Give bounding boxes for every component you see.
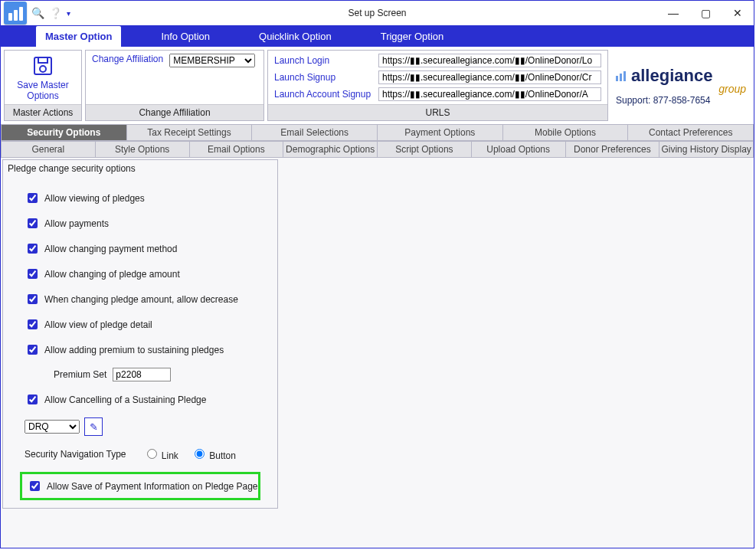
subtab-general[interactable]: General (1, 141, 96, 158)
logo-block: allegiance group Support: 877-858-7654 (611, 50, 751, 121)
subtab-mobile-options[interactable]: Mobile Options (503, 124, 629, 141)
save-icon (30, 55, 56, 77)
maximize-button[interactable]: ▢ (689, 3, 722, 23)
chk-allow-viewing[interactable] (28, 193, 38, 203)
nav-link-radio[interactable] (147, 449, 157, 459)
affiliation-select[interactable]: MEMBERSHIP (169, 54, 255, 67)
chk-view-detail[interactable] (28, 319, 38, 329)
logo-bars-icon (616, 71, 626, 81)
svg-point-2 (40, 66, 46, 72)
zoom-out-icon[interactable]: 🔍 (31, 7, 44, 19)
save-master-options-button[interactable]: Save Master Options (5, 51, 81, 104)
change-affiliation-label: Change Affiliation (92, 54, 163, 64)
launch-signup-input[interactable] (378, 70, 601, 84)
close-button[interactable]: ✕ (722, 3, 754, 23)
subtab-donor-preferences[interactable]: Donor Preferences (566, 141, 660, 158)
panel-footer-affiliation: Change Affiliation (86, 104, 263, 120)
app-icon (4, 2, 27, 25)
subtab-style-options[interactable]: Style Options (96, 141, 190, 158)
subtab-giving-history[interactable]: Giving History Display (659, 141, 754, 158)
chk-allow-payments[interactable] (28, 218, 38, 228)
subtab-email-options[interactable]: Email Options (190, 141, 284, 158)
tab-trigger-option[interactable]: Trigger Option (371, 26, 453, 47)
subtab-demographic[interactable]: Demographic Options (283, 141, 378, 158)
chk-change-amount[interactable] (28, 269, 38, 279)
minimize-button[interactable]: — (657, 3, 689, 23)
tab-quicklink-option[interactable]: Quicklink Option (250, 26, 341, 47)
launch-login-label: Launch Login (274, 55, 374, 66)
highlighted-option: Allow Save of Payment Information on Ple… (20, 472, 260, 500)
qat-dropdown-icon[interactable]: ▾ (67, 9, 70, 18)
tab-master-option[interactable]: Master Option (36, 26, 121, 47)
svg-rect-1 (38, 57, 47, 63)
launch-login-input[interactable] (378, 54, 601, 67)
subtab-email-selections[interactable]: Email Selections (252, 124, 378, 141)
nav-button-radio[interactable] (195, 449, 205, 459)
subtab-security-options[interactable]: Security Options (1, 124, 127, 141)
chk-save-payment[interactable] (30, 481, 40, 491)
premium-set-label: Premium Set (54, 369, 106, 380)
launch-signup-label: Launch Signup (274, 72, 374, 83)
subtab-upload-options[interactable]: Upload Options (472, 141, 566, 158)
chk-change-method[interactable] (28, 244, 38, 254)
chk-allow-decrease[interactable] (28, 294, 38, 304)
drq-select[interactable]: DRQ (25, 420, 80, 434)
nav-type-label: Security Navigation Type (25, 449, 126, 460)
premium-set-input[interactable] (113, 368, 171, 381)
chk-add-premium[interactable] (28, 345, 38, 355)
panel-footer-urls: URLS (268, 104, 607, 120)
chk-cancel-sustaining[interactable] (28, 394, 38, 404)
launch-account-input[interactable] (378, 87, 601, 101)
launch-account-label: Launch Account Signup (274, 89, 374, 100)
tab-info-option[interactable]: Info Option (152, 26, 219, 47)
subtab-contact-preferences[interactable]: Contact Preferences (628, 124, 754, 141)
subtab-payment-options[interactable]: Payment Options (378, 124, 503, 141)
panel-footer-master: Master Actions (5, 104, 81, 120)
group-title: Pledge change security options (8, 163, 273, 174)
edit-icon: ✎ (90, 421, 98, 433)
subtab-tax-receipt[interactable]: Tax Receipt Settings (127, 124, 253, 141)
subtab-script-options[interactable]: Script Options (378, 141, 472, 158)
edit-button[interactable]: ✎ (84, 417, 103, 436)
window-title: Set up Screen (1, 8, 754, 18)
help-icon[interactable]: ❔ (49, 7, 62, 19)
